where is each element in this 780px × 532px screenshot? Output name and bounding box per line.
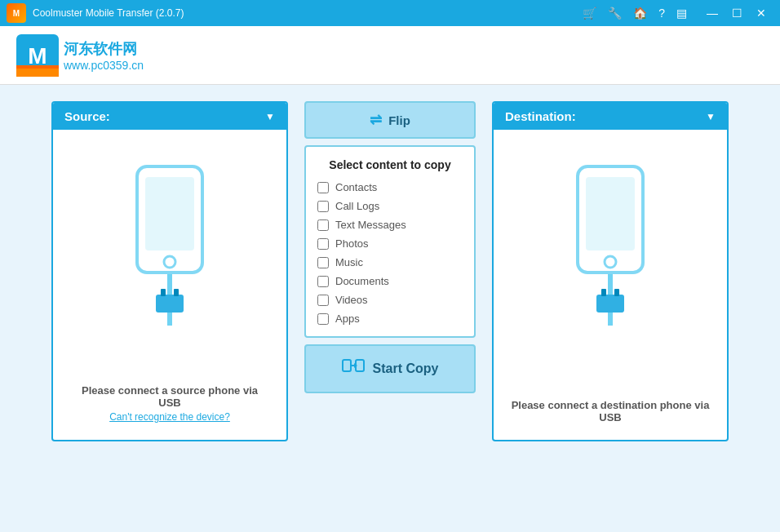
label-contacts: Contacts [335,181,377,193]
checkbox-music[interactable] [317,257,329,268]
destination-body: Please connect a destination phone via U… [494,130,727,440]
destination-panel: Destination: ▼ Please connect a destinat… [492,101,729,441]
title-bar-controls: — ☐ ✕ [700,0,773,26]
list-item-contacts[interactable]: Contacts [317,181,463,193]
content-select-title: Select content to copy [317,158,463,171]
label-apps: Apps [335,313,360,325]
checkbox-textmessages[interactable] [317,219,329,231]
brand-text: 河东软件网 www.pc0359.cn [64,39,144,72]
title-bar-left: M Coolmuster Mobile Transfer (2.0.7) [7,3,184,23]
source-phone-illustration [125,162,215,326]
checkbox-list: Contacts Call Logs Text Messages Photos … [317,181,463,325]
title-bar-icons: 🛒 🔧 🏠 ? ▤ [583,7,687,20]
start-copy-label: Start Copy [373,361,439,376]
svg-rect-19 [608,274,613,295]
label-music: Music [335,256,363,268]
checkbox-calllogs[interactable] [317,201,329,212]
svg-rect-7 [167,274,172,295]
svg-rect-3 [16,65,59,69]
monitor-icon[interactable]: ▤ [676,7,687,20]
minimize-button[interactable]: — [700,0,725,26]
wrench-icon[interactable]: 🔧 [608,7,622,20]
checkbox-apps[interactable] [317,313,329,325]
brand-cn-name: 河东软件网 [64,39,144,59]
checkbox-documents[interactable] [317,276,329,287]
brand-url: www.pc0359.cn [64,59,144,72]
source-panel: Source: ▼ [51,101,288,441]
source-label: Source: [64,109,110,123]
svg-text:M: M [28,43,47,69]
maximize-button[interactable]: ☐ [725,0,749,26]
app-logo: M [7,3,26,23]
main-content: Source: ▼ [0,85,780,458]
home-icon[interactable]: 🏠 [633,7,647,20]
label-calllogs: Call Logs [335,200,379,212]
flip-label: Flip [388,113,410,127]
close-button[interactable]: ✕ [749,0,773,26]
destination-header: Destination: ▼ [494,103,727,130]
start-copy-icon [342,357,365,380]
checkbox-videos[interactable] [317,295,329,306]
source-header: Source: ▼ [53,103,286,130]
label-documents: Documents [335,275,389,287]
cart-icon[interactable]: 🛒 [583,7,596,20]
list-item-apps[interactable]: Apps [317,313,463,325]
svg-rect-20 [596,295,624,313]
brand-area: M 河东软件网 www.pc0359.cn [0,26,780,85]
source-message: Please connect a source phone via USB [69,384,270,409]
svg-rect-22 [614,289,619,296]
svg-rect-21 [601,289,606,296]
destination-phone-svg [565,162,655,326]
svg-rect-8 [156,295,184,313]
app-title: Coolmuster Mobile Transfer (2.0.7) [33,7,184,19]
source-body: Please connect a source phone via USB Ca… [53,130,286,440]
svg-rect-17 [586,177,635,250]
title-bar: M Coolmuster Mobile Transfer (2.0.7) 🛒 🔧… [0,0,780,26]
start-copy-button[interactable]: Start Copy [304,344,476,393]
flip-button[interactable]: ⇌ Flip [304,101,476,139]
destination-dropdown-arrow[interactable]: ▼ [706,111,716,122]
content-select-panel: Select content to copy Contacts Call Log… [304,145,476,338]
svg-rect-12 [343,360,351,371]
label-textmessages: Text Messages [335,219,406,231]
help-icon[interactable]: ? [658,7,665,20]
list-item-textmessages[interactable]: Text Messages [317,219,463,231]
list-item-calllogs[interactable]: Call Logs [317,200,463,212]
svg-point-18 [605,256,616,268]
svg-point-6 [164,256,175,268]
checkbox-photos[interactable] [317,238,329,250]
destination-phone-illustration [565,162,655,326]
source-dropdown-arrow[interactable]: ▼ [265,111,275,122]
destination-label: Destination: [505,109,576,123]
destination-message: Please connect a destination phone via U… [510,399,711,423]
source-phone-svg [125,162,215,326]
brand-logo: M 河东软件网 www.pc0359.cn [16,34,144,77]
list-item-photos[interactable]: Photos [317,237,463,250]
label-photos: Photos [335,237,368,250]
svg-rect-5 [145,177,194,250]
brand-logo-icon: M [16,34,59,77]
label-videos: Videos [335,294,368,306]
checkbox-contacts[interactable] [317,182,329,193]
list-item-videos[interactable]: Videos [317,294,463,306]
list-item-music[interactable]: Music [317,256,463,268]
source-help-link[interactable]: Can't recognize the device? [109,411,230,423]
svg-rect-11 [167,313,172,326]
svg-rect-10 [174,289,179,296]
list-item-documents[interactable]: Documents [317,275,463,287]
flip-icon: ⇌ [370,111,382,129]
middle-panel: ⇌ Flip Select content to copy Contacts C… [304,101,476,393]
svg-rect-9 [161,289,166,296]
svg-rect-23 [608,313,613,326]
